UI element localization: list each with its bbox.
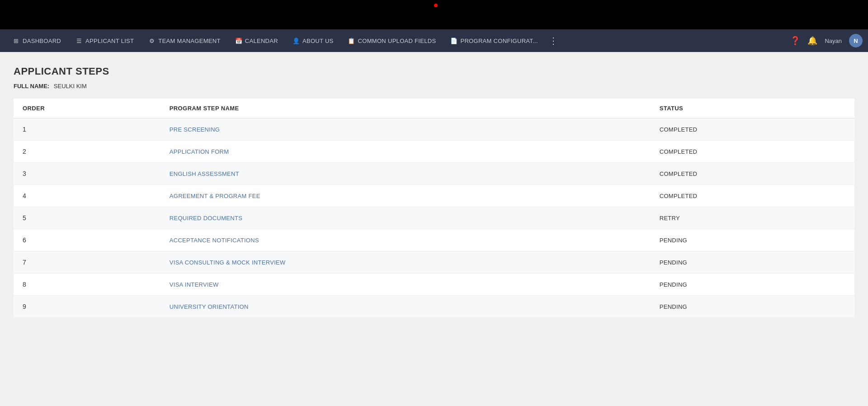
nav-item-dashboard[interactable]: ⊞DASHBOARD — [5, 29, 68, 52]
nav-label-calendar: CALENDAR — [245, 38, 278, 44]
cell-status-2: COMPLETED — [651, 163, 854, 185]
cell-step-name-0[interactable]: PRE SCREENING — [160, 118, 651, 141]
nav-right: ❓ 🔔 Nayan N — [790, 34, 863, 47]
nav-icon-program-config: 📄 — [450, 37, 458, 44]
nav-label-applicant-list: APPLICANT LIST — [85, 38, 134, 44]
nav-left: ⊞DASHBOARD☰APPLICANT LIST⚙TEAM MANAGEMEN… — [5, 29, 790, 52]
nav-more-icon[interactable]: ⋮ — [545, 35, 561, 46]
cell-step-name-3[interactable]: AGREEMENT & PROGRAM FEE — [160, 185, 651, 207]
cell-order-6: 7 — [14, 251, 160, 274]
nav-icon-common-upload: 📋 — [348, 37, 355, 44]
steps-table: ORDERPROGRAM STEP NAMESTATUS 1PRE SCREEN… — [14, 99, 854, 318]
cell-step-name-7[interactable]: VISA INTERVIEW — [160, 274, 651, 296]
cell-status-6: PENDING — [651, 251, 854, 274]
cell-step-name-1[interactable]: APPLICATION FORM — [160, 141, 651, 163]
user-avatar[interactable]: N — [849, 34, 863, 47]
full-name-row: FULL NAME: SEULKI KIM — [14, 83, 854, 90]
nav-icon-about-us: 👤 — [292, 37, 300, 44]
table-row: 1PRE SCREENINGCOMPLETED — [14, 118, 854, 141]
step-link-0[interactable]: PRE SCREENING — [170, 126, 220, 133]
cell-order-0: 1 — [14, 118, 160, 141]
nav-item-about-us[interactable]: 👤ABOUT US — [285, 29, 341, 52]
nav-label-team-management: TEAM MANAGEMENT — [158, 38, 220, 44]
nav-item-common-upload[interactable]: 📋Common Upload Fields — [341, 29, 443, 52]
cell-step-name-8[interactable]: UNIVERSITY ORIENTATION — [160, 296, 651, 318]
step-link-8[interactable]: UNIVERSITY ORIENTATION — [170, 303, 249, 310]
step-link-3[interactable]: AGREEMENT & PROGRAM FEE — [170, 193, 260, 199]
col-header-status: STATUS — [651, 99, 854, 118]
cell-step-name-5[interactable]: ACCEPTANCE NOTIFICATIONS — [160, 229, 651, 251]
cell-status-8: PENDING — [651, 296, 854, 318]
nav-icon-team-management: ⚙ — [148, 37, 156, 44]
cell-order-4: 5 — [14, 207, 160, 229]
red-dot-indicator — [434, 4, 438, 7]
step-link-7[interactable]: VISA INTERVIEW — [170, 281, 219, 288]
cell-step-name-2[interactable]: ENGLISH ASSESSMENT — [160, 163, 651, 185]
table-row: 6ACCEPTANCE NOTIFICATIONSPENDING — [14, 229, 854, 251]
cell-order-5: 6 — [14, 229, 160, 251]
step-link-2[interactable]: ENGLISH ASSESSMENT — [170, 170, 239, 177]
nav-label-program-config: PROGRAM CONFIGURAT... — [460, 38, 538, 44]
table-body: 1PRE SCREENINGCOMPLETED2APPLICATION FORM… — [14, 118, 854, 318]
table-row: 7VISA CONSULTING & MOCK INTERVIEWPENDING — [14, 251, 854, 274]
step-link-4[interactable]: REQUIRED DOCUMENTS — [170, 215, 242, 222]
cell-order-1: 2 — [14, 141, 160, 163]
table-header: ORDERPROGRAM STEP NAMESTATUS — [14, 99, 854, 118]
table-row: 3ENGLISH ASSESSMENTCOMPLETED — [14, 163, 854, 185]
nav-item-applicant-list[interactable]: ☰APPLICANT LIST — [68, 29, 141, 52]
nav-icon-dashboard: ⊞ — [13, 37, 20, 44]
cell-status-4: RETRY — [651, 207, 854, 229]
steps-table-container: ORDERPROGRAM STEP NAMESTATUS 1PRE SCREEN… — [14, 99, 854, 318]
step-link-6[interactable]: VISA CONSULTING & MOCK INTERVIEW — [170, 259, 286, 266]
cell-status-0: COMPLETED — [651, 118, 854, 141]
table-row: 8VISA INTERVIEWPENDING — [14, 274, 854, 296]
nav-icon-calendar: 📅 — [235, 37, 242, 44]
navbar: ⊞DASHBOARD☰APPLICANT LIST⚙TEAM MANAGEMEN… — [0, 29, 868, 52]
cell-order-8: 9 — [14, 296, 160, 318]
cell-order-3: 4 — [14, 185, 160, 207]
cell-order-7: 8 — [14, 274, 160, 296]
nav-label-common-upload: Common Upload Fields — [358, 38, 436, 44]
step-link-5[interactable]: ACCEPTANCE NOTIFICATIONS — [170, 237, 259, 244]
table-row: 2APPLICATION FORMCOMPLETED — [14, 141, 854, 163]
notification-icon[interactable]: 🔔 — [807, 36, 817, 46]
col-header-step-name: PROGRAM STEP NAME — [160, 99, 651, 118]
main-content: APPLICANT STEPS FULL NAME: SEULKI KIM OR… — [0, 52, 868, 406]
nav-label-dashboard: DASHBOARD — [23, 38, 61, 44]
full-name-value: SEULKI KIM — [54, 83, 87, 90]
cell-step-name-6[interactable]: VISA CONSULTING & MOCK INTERVIEW — [160, 251, 651, 274]
nav-label-about-us: ABOUT US — [302, 38, 334, 44]
cell-order-2: 3 — [14, 163, 160, 185]
table-row: 9UNIVERSITY ORIENTATIONPENDING — [14, 296, 854, 318]
cell-step-name-4[interactable]: REQUIRED DOCUMENTS — [160, 207, 651, 229]
cell-status-1: COMPLETED — [651, 141, 854, 163]
table-row: 5REQUIRED DOCUMENTSRETRY — [14, 207, 854, 229]
step-link-1[interactable]: APPLICATION FORM — [170, 148, 229, 155]
full-name-label: FULL NAME: — [14, 83, 49, 90]
cell-status-3: COMPLETED — [651, 185, 854, 207]
username-label[interactable]: Nayan — [825, 38, 842, 44]
nav-item-calendar[interactable]: 📅CALENDAR — [228, 29, 285, 52]
top-black-bar — [0, 0, 868, 29]
help-icon[interactable]: ❓ — [790, 36, 800, 46]
page-title: APPLICANT STEPS — [14, 66, 854, 77]
cell-status-5: PENDING — [651, 229, 854, 251]
nav-item-program-config[interactable]: 📄PROGRAM CONFIGURAT... — [443, 29, 545, 52]
nav-item-team-management[interactable]: ⚙TEAM MANAGEMENT — [141, 29, 227, 52]
cell-status-7: PENDING — [651, 274, 854, 296]
col-header-order: ORDER — [14, 99, 160, 118]
nav-icon-applicant-list: ☰ — [75, 37, 83, 44]
table-row: 4AGREEMENT & PROGRAM FEECOMPLETED — [14, 185, 854, 207]
